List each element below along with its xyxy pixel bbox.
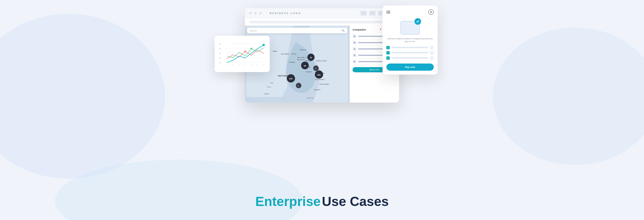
item-bar [391, 47, 428, 48]
svg-text:6: 6 [257, 64, 258, 66]
svg-text:Pacifica: Pacifica [264, 93, 269, 95]
svg-point-12 [250, 48, 252, 50]
svg-text:Oakland: Oakland [305, 71, 312, 73]
browser-dot-1 [249, 12, 252, 14]
title-enterprise: Enterprise [255, 194, 321, 209]
svg-text:50: 50 [219, 43, 221, 45]
svg-text:654: 654 [317, 74, 321, 76]
item-icon [430, 51, 434, 55]
pin-icon: 📍 [379, 29, 382, 31]
map-search-bar[interactable]: Search 🔍 [247, 28, 347, 33]
mobile-item-row: ✓ [386, 51, 434, 55]
svg-text:876: 876 [289, 78, 293, 80]
company-icon: ▦ [353, 41, 356, 45]
mobile-item-row: ✓ [386, 56, 434, 60]
line-chart: 50 40 30 20 10 1 2 3 4 [219, 40, 266, 67]
companies-title: Companies [353, 28, 366, 31]
check-box: ✓ [386, 51, 390, 54]
svg-text:30: 30 [219, 53, 221, 54]
svg-text:Union City: Union City [307, 97, 313, 99]
svg-text:San Rafael: San Rafael [281, 53, 289, 55]
svg-text:1: 1 [226, 64, 227, 66]
map-search-placeholder: Search [250, 29, 340, 32]
hamburger-line [386, 12, 390, 12]
item-icon [430, 46, 434, 50]
page-container: 50 40 30 20 10 1 2 3 4 [0, 0, 644, 220]
check-badge [414, 18, 421, 25]
browser-dot-3 [259, 12, 261, 14]
mobile-panel: Add your required number of company bran… [383, 6, 438, 75]
svg-point-10 [263, 44, 265, 46]
hamburger-icon[interactable] [386, 11, 390, 14]
svg-text:Hayward: Hayward [314, 89, 320, 90]
svg-point-56 [430, 11, 432, 12]
browser-topbar: BUSINESS LOGO [245, 8, 399, 18]
item-icon [430, 56, 434, 60]
company-icon: ▦ [353, 47, 356, 51]
svg-text:4: 4 [245, 64, 245, 66]
svg-text:10: 10 [219, 62, 221, 64]
svg-text:San Pablo: San Pablo [297, 57, 305, 58]
browser-logo: BUSINESS LOGO [270, 12, 301, 15]
mockups-area: 50 40 30 20 10 1 2 3 4 [0, 0, 644, 220]
search-icon: 🔍 [342, 29, 345, 32]
browser-dot-2 [254, 12, 256, 14]
svg-text:7: 7 [263, 64, 264, 66]
svg-text:San Leandro: San Leandro [315, 79, 325, 80]
svg-text:40: 40 [219, 48, 221, 50]
item-bar [391, 57, 428, 59]
pay-now-button[interactable]: Pay now [386, 64, 434, 71]
item-bar [391, 52, 428, 53]
svg-text:2: 2 [233, 64, 233, 66]
browser-nav-bar [249, 21, 395, 23]
mobile-description: Add your required number of company bran… [386, 37, 434, 43]
svg-text:Castro Valley: Castro Valley [319, 83, 329, 85]
illustration-area [386, 18, 434, 35]
svg-point-11 [244, 51, 246, 52]
svg-text:Martinez: Martinez [300, 49, 306, 51]
svg-text:32: 32 [310, 57, 312, 59]
svg-text:5: 5 [251, 64, 252, 66]
check-box: ✓ [386, 46, 390, 49]
user-icon[interactable] [428, 9, 434, 15]
svg-text:S San...: S San... [267, 86, 272, 88]
svg-text:3: 3 [239, 64, 239, 66]
svg-text:Vallejo: Vallejo [272, 50, 277, 52]
svg-text:Pinole: Pinole [292, 53, 296, 55]
bottom-title: Enterprise Use Cases [255, 191, 389, 215]
checkmark-icon [416, 20, 419, 23]
company-icon: ▦ [353, 60, 356, 64]
browser-icon-cart [369, 11, 375, 15]
hamburger-line [386, 11, 390, 11]
title-rest: Use Cases [322, 194, 389, 209]
company-icon: ▦ [353, 34, 356, 38]
chart-card: 50 40 30 20 10 1 2 3 4 [215, 36, 270, 72]
mobile-topbar [386, 9, 434, 15]
company-icon: ▦ [353, 53, 356, 57]
browser-icon-image [361, 11, 367, 15]
svg-text:50: 50 [304, 65, 306, 67]
user-svg [430, 11, 432, 13]
svg-text:20: 20 [219, 57, 221, 59]
svg-text:Daly: Daly [271, 82, 274, 84]
hamburger-line [386, 13, 390, 14]
mobile-item-row: ✓ [386, 46, 434, 50]
svg-text:Richmond: Richmond [297, 59, 305, 61]
check-box: ✓ [386, 56, 390, 60]
svg-text:Walnut Creek: Walnut Creek [316, 60, 327, 62]
illustration-box [399, 18, 421, 35]
svg-text:Paradox: Paradox [289, 61, 295, 63]
